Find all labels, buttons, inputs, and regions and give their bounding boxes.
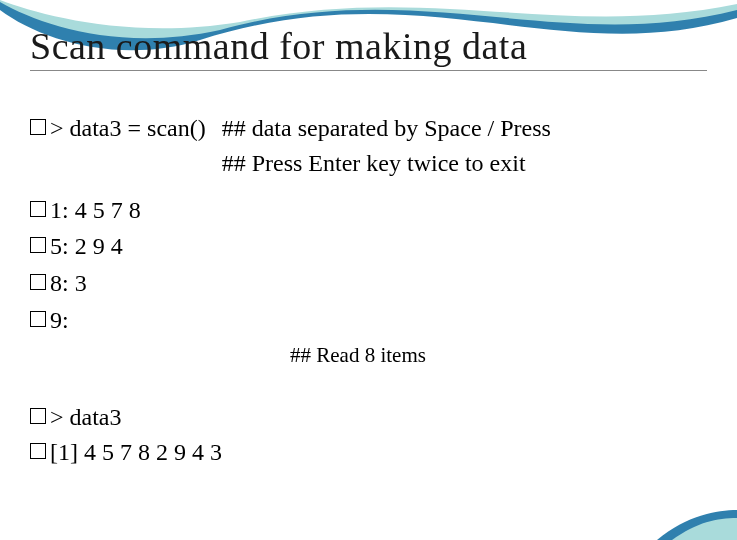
- bullet-icon: [30, 274, 46, 290]
- bullet-icon: [30, 311, 46, 327]
- comment-line-1: ## data separated by Space / Press: [222, 111, 551, 146]
- output-line: > data3: [30, 400, 707, 435]
- read-items-note: ## Read 8 items: [290, 340, 707, 370]
- input-line: 8: 3: [30, 266, 707, 301]
- input-text: 8: 3: [50, 266, 87, 301]
- output-line: [1] 4 5 7 8 2 9 4 3: [30, 435, 707, 470]
- input-line: 1: 4 5 7 8: [30, 193, 707, 228]
- bullet-icon: [30, 443, 46, 459]
- code-text: > data3 = scan(): [50, 111, 206, 146]
- output-block: > data3 [1] 4 5 7 8 2 9 4 3: [30, 400, 707, 470]
- code-line-1: > data3 = scan() ## data separated by Sp…: [30, 111, 707, 181]
- bullet-icon: [30, 408, 46, 424]
- input-line: 9:: [30, 303, 707, 338]
- output-text: > data3: [50, 400, 122, 435]
- input-line: 5: 2 9 4: [30, 229, 707, 264]
- input-text: 1: 4 5 7 8: [50, 193, 141, 228]
- slide-content: Scan command for making data > data3 = s…: [0, 0, 737, 470]
- slide-title: Scan command for making data: [30, 24, 707, 71]
- bullet-icon: [30, 237, 46, 253]
- input-text: 9:: [50, 303, 69, 338]
- comment-line-2: ## Press Enter key twice to exit: [222, 146, 551, 181]
- output-text: [1] 4 5 7 8 2 9 4 3: [50, 435, 222, 470]
- input-lines: 1: 4 5 7 8 5: 2 9 4 8: 3 9: ## Read 8 it…: [30, 193, 707, 371]
- bullet-icon: [30, 201, 46, 217]
- input-text: 5: 2 9 4: [50, 229, 123, 264]
- slide-body: > data3 = scan() ## data separated by Sp…: [30, 111, 707, 470]
- footer-swoosh: [657, 510, 737, 540]
- comment-block: ## data separated by Space / Press ## Pr…: [222, 111, 551, 181]
- bullet-icon: [30, 119, 46, 135]
